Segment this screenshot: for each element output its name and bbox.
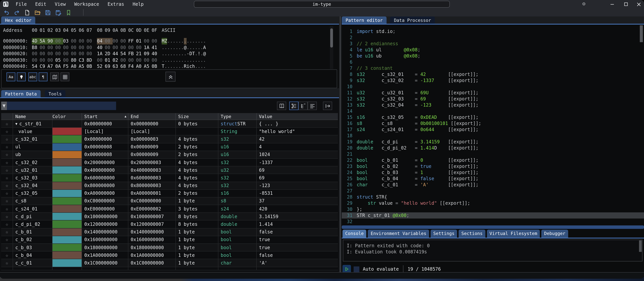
ascii-char[interactable]: . [181, 63, 184, 70]
ascii-char[interactable]: ! [198, 51, 200, 57]
hex-byte[interactable]: 40 [97, 44, 105, 51]
ascii-char[interactable]: . [192, 57, 195, 63]
hex-byte[interactable]: B8 [32, 44, 40, 51]
view-tree-button[interactable] [289, 102, 298, 110]
table-row-c_b_01[interactable]: ☆c_b_010x14000000000x14000000001 byteboo… [1, 228, 338, 236]
code-line-30[interactable]: 30}; [342, 206, 644, 212]
ascii-char[interactable]: . [170, 38, 172, 44]
header-color[interactable]: Color [52, 113, 82, 120]
star-icon[interactable]: ☆ [1, 175, 13, 181]
collapse-arrow-icon[interactable]: ▼ [15, 122, 18, 126]
star-icon[interactable]: ☆ [1, 167, 13, 173]
hex-byte[interactable]: 52 [97, 63, 105, 70]
save-as-button[interactable] [55, 9, 62, 16]
hex-byte[interactable]: 00 [55, 38, 63, 44]
ascii-char[interactable]: . [189, 38, 192, 44]
tab-hex-editor[interactable]: Hex editor [1, 17, 36, 25]
code-line-17[interactable]: 17s24 c_s24_01 = 0o644 [[export]]; [342, 127, 644, 133]
favorite-cell[interactable]: ☆ [1, 205, 13, 212]
hex-row[interactable]: 00000030:000000050080C38D000102000000000… [0, 57, 339, 63]
menu-extras[interactable]: Extras [104, 0, 128, 9]
hex-byte[interactable]: 00 [152, 38, 159, 44]
hex-byte[interactable]: 00 [136, 57, 144, 63]
ascii-char[interactable]: T [162, 63, 164, 70]
table-row-c_s32_03[interactable]: ☆c_s32_030x6000000000x6000000034 bytess3… [1, 174, 338, 182]
hex-byte[interactable]: 1A [144, 44, 152, 51]
ascii-char[interactable]: - [186, 51, 189, 57]
ascii-char[interactable]: . [181, 57, 184, 63]
ascii-char[interactable]: . [178, 51, 181, 57]
hex-byte[interactable]: 44 [113, 51, 120, 57]
ascii-char[interactable]: . [195, 57, 198, 63]
hex-byte[interactable]: 21 [136, 51, 144, 57]
ascii-char[interactable]: . [173, 63, 176, 70]
ascii-char[interactable]: . [198, 44, 200, 51]
table-row-c_s24_01[interactable]: ☆c_s24_010xE000000000xE000000023 bytess2… [1, 205, 338, 213]
ascii-char[interactable]: . [164, 63, 167, 70]
ascii-char[interactable]: . [167, 57, 170, 63]
hex-byte[interactable]: 00 [152, 57, 159, 63]
hex-byte[interactable]: 00 [113, 38, 120, 44]
code-line-9[interactable]: 9s32 c_s32_02 = -1337 [[export]]; [342, 77, 644, 84]
code-horizontal-scrollbar[interactable] [342, 225, 644, 229]
table-row-ul[interactable]: ☆ul0x000000080x000000092 bytesu164 [1, 143, 338, 151]
ascii-char[interactable]: . [173, 57, 176, 63]
ascii-char[interactable]: . [200, 63, 203, 70]
code-line-16[interactable]: 16s8 c_s8 = 0b00100101 [[export]]; [342, 120, 644, 127]
hex-byte[interactable]: 00 [105, 44, 113, 51]
hex-byte[interactable]: 03 [63, 38, 71, 44]
console-tab-console[interactable]: Console [342, 230, 366, 238]
ascii-char[interactable]: . [200, 44, 203, 51]
console-output-box[interactable]: I: Pattern exited with code: 0I: Evaluat… [343, 240, 642, 261]
hex-byte[interactable]: A7 [48, 63, 55, 70]
ascii-char[interactable]: . [162, 57, 164, 63]
ascii-char[interactable]: R [184, 63, 186, 70]
code-line-22[interactable]: 22bool c_b_01 = 0 [[export]]; [342, 157, 644, 163]
hex-byte[interactable]: 68 [120, 63, 128, 70]
ascii-char[interactable]: . [198, 38, 200, 44]
ascii-char[interactable]: @ [184, 44, 186, 51]
hex-byte[interactable]: 0B [86, 63, 94, 70]
ascii-char[interactable]: . [192, 44, 195, 51]
hex-byte[interactable]: 0B [152, 63, 159, 70]
hex-byte[interactable]: 63 [113, 63, 120, 70]
star-icon[interactable]: ☆ [1, 237, 13, 242]
ascii-char[interactable]: . [170, 44, 172, 51]
code-line-19[interactable]: 19double c_d_pi = 3.14159 [[export]]; [342, 139, 644, 145]
ascii-char[interactable]: . [170, 51, 172, 57]
ascii-char[interactable]: . [186, 44, 189, 51]
lightbulb-toggle-button[interactable] [17, 73, 26, 81]
hex-byte[interactable]: A0 [136, 63, 144, 70]
hex-byte[interactable]: 00 [63, 51, 71, 57]
hex-byte[interactable]: 00 [128, 57, 136, 63]
hex-byte[interactable]: 41 [152, 44, 159, 51]
hex-byte[interactable]: 00 [40, 57, 48, 63]
favorite-cell[interactable]: ☆ [1, 197, 13, 205]
close-button[interactable] [635, 1, 642, 7]
favorite-cell[interactable]: ☆ [1, 143, 13, 150]
code-line-28[interactable]: 28struct STR{ [342, 194, 644, 200]
ascii-char[interactable]: @ [203, 51, 206, 57]
hex-byte[interactable]: 40 [152, 51, 159, 57]
ascii-char[interactable]: i [186, 63, 189, 70]
ascii-char[interactable]: . [184, 38, 186, 44]
ascii-char[interactable]: c [189, 63, 192, 70]
favorite-cell[interactable]: ☆ [1, 128, 13, 135]
favorite-cell[interactable]: ☆ [1, 221, 13, 228]
code-line-26[interactable]: 26char c_c_01 = 'A' [[export]]; [342, 182, 644, 188]
header-end[interactable]: End [128, 113, 176, 120]
table-row-c_s32_04[interactable]: ☆c_s32_040x8000000000x8000000034 bytess3… [1, 182, 338, 190]
paragraph-toggle-button[interactable]: ¶ [39, 73, 48, 81]
hex-byte[interactable]: 00 [105, 38, 113, 44]
hex-byte[interactable]: 00 [71, 38, 79, 44]
hex-byte[interactable]: FF [128, 38, 136, 44]
ascii-char[interactable]: . [178, 57, 181, 63]
favorite-cell[interactable]: ☆ [1, 120, 13, 127]
expand-footer-button[interactable] [166, 72, 176, 82]
favorite-cell[interactable]: ☆ [1, 228, 13, 235]
star-icon[interactable]: ☆ [1, 206, 13, 211]
tab-pattern-data[interactable]: Pattern Data [1, 90, 40, 98]
pattern-filter-input[interactable] [7, 102, 116, 110]
jump-to-pattern-button[interactable] [323, 102, 332, 110]
code-line-2[interactable]: 2 [342, 35, 644, 41]
